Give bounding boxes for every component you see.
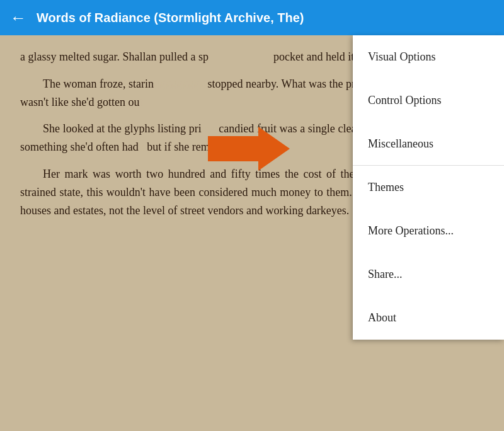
book-title: Words of Radiance (Stormlight Archive, T… [37, 11, 304, 25]
book-content: a glassy melted sugar. Shallan pulled a … [0, 35, 504, 431]
back-button[interactable]: ← [10, 8, 26, 28]
menu-item-about[interactable]: About [353, 296, 504, 340]
dropdown-menu: Visual OptionsControl OptionsMiscellaneo… [353, 35, 504, 340]
top-bar: ← Words of Radiance (Stormlight Archive,… [0, 0, 504, 35]
svg-marker-0 [208, 127, 290, 171]
menu-item-more-operations---[interactable]: More Operations... [353, 209, 504, 253]
menu-item-visual-options[interactable]: Visual Options [353, 35, 504, 79]
menu-item-control-options[interactable]: Control Options [353, 79, 504, 122]
menu-item-miscellaneous[interactable]: Miscellaneous [353, 122, 504, 166]
menu-item-share---[interactable]: Share... [353, 253, 504, 296]
arrow-indicator [208, 127, 290, 176]
menu-item-themes[interactable]: Themes [353, 165, 504, 209]
right-arrow-icon [208, 127, 290, 171]
